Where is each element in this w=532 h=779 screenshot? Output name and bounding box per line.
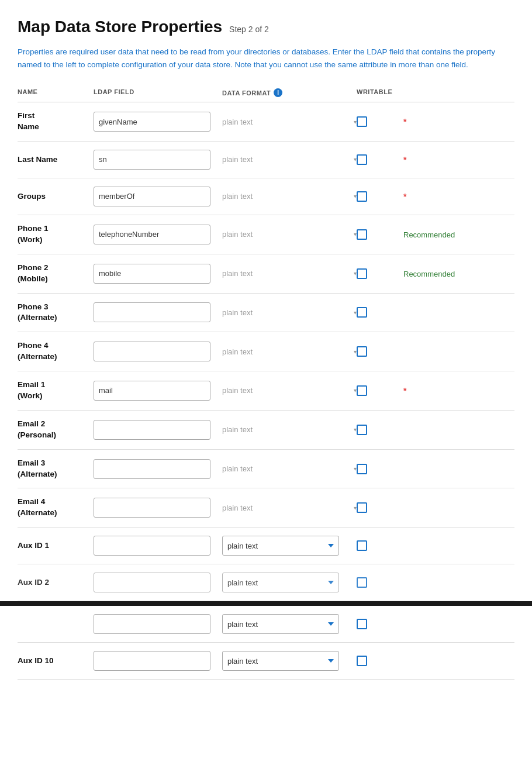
table-row: Email 4(Alternate) plain text ▾ bbox=[18, 488, 514, 528]
data-format-groups: plain text ▾ bbox=[222, 192, 357, 201]
col-dataformat-header: DATA FORMAT i bbox=[222, 88, 357, 97]
writable-email3 bbox=[357, 464, 403, 474]
field-name-groups: Groups bbox=[18, 191, 94, 202]
ldap-input-first-name[interactable] bbox=[94, 112, 210, 132]
writable-aux10 bbox=[357, 656, 403, 666]
ldap-input-email2[interactable] bbox=[94, 420, 210, 440]
required-star-email1: * bbox=[403, 386, 406, 395]
writable-checkbox-email3[interactable] bbox=[357, 464, 367, 474]
field-name-phone4: Phone 4(Alternate) bbox=[18, 340, 94, 363]
data-format-phone3: plain text ▾ bbox=[222, 308, 357, 317]
ldap-field-email4 bbox=[94, 498, 222, 518]
field-name-phone2: Phone 2(Mobile) bbox=[18, 263, 94, 285]
field-name-email2: Email 2(Personal) bbox=[18, 419, 94, 441]
table-row: Groups plain text ▾ * bbox=[18, 178, 514, 215]
data-format-select-aux10[interactable]: plain text integer boolean date bbox=[222, 651, 339, 671]
writable-checkbox-phone3[interactable] bbox=[357, 307, 367, 318]
writable-checkbox-aux1[interactable] bbox=[357, 540, 367, 551]
field-name-last-name: Last Name bbox=[18, 154, 94, 166]
ldap-field-first-name bbox=[94, 112, 222, 132]
writable-groups bbox=[357, 191, 403, 202]
writable-checkbox-phone2[interactable] bbox=[357, 268, 367, 279]
writable-checkbox-aux10[interactable] bbox=[357, 656, 367, 666]
table-row: Phone 1(Work) plain text ▾ Recommended bbox=[18, 215, 514, 254]
writable-checkbox-last-name[interactable] bbox=[357, 154, 367, 165]
ldap-input-phone2[interactable] bbox=[94, 264, 210, 284]
writable-checkbox-email4[interactable] bbox=[357, 502, 367, 513]
field-name-email3: Email 3(Alternate) bbox=[18, 458, 94, 480]
writable-checkbox-email1[interactable] bbox=[357, 385, 367, 396]
page-header: Map Data Store Properties Step 2 of 2 bbox=[18, 18, 514, 36]
writable-aux1 bbox=[357, 540, 403, 551]
ldap-field-phone1 bbox=[94, 225, 222, 244]
ldap-input-phone3[interactable] bbox=[94, 302, 210, 322]
field-name-phone1: Phone 1(Work) bbox=[18, 223, 94, 246]
description-text: Properties are required user data that n… bbox=[18, 46, 514, 71]
bottom-section: plain text integer boolean date Aux ID 1… bbox=[18, 606, 514, 680]
ldap-input-email1[interactable] bbox=[94, 381, 210, 401]
table-row: Email 2(Personal) plain text ▾ bbox=[18, 411, 514, 450]
ldap-input-phone1[interactable] bbox=[94, 225, 210, 244]
writable-checkbox-phone4[interactable] bbox=[357, 346, 367, 357]
writable-checkbox-first-name[interactable] bbox=[357, 116, 367, 127]
field-name-first-name: FirstName bbox=[18, 111, 94, 133]
ldap-input-groups[interactable] bbox=[94, 187, 210, 206]
writable-phone4 bbox=[357, 346, 403, 357]
ldap-input-aux-partial[interactable] bbox=[94, 614, 210, 634]
data-format-phone1: plain text ▾ bbox=[222, 230, 357, 239]
table-row: Aux ID 1 plain text integer boolean date bbox=[18, 528, 514, 564]
ldap-field-email2 bbox=[94, 420, 222, 440]
table-row: FirstName plain text ▾ * bbox=[18, 102, 514, 142]
required-star-groups: * bbox=[403, 192, 406, 201]
page-break-bar bbox=[0, 601, 532, 606]
writable-checkbox-phone1[interactable] bbox=[357, 229, 367, 240]
ldap-input-email4[interactable] bbox=[94, 498, 210, 518]
recommended-label-phone2: Recommended bbox=[403, 270, 455, 278]
writable-checkbox-email2[interactable] bbox=[357, 425, 367, 435]
writable-checkbox-aux-partial[interactable] bbox=[357, 619, 367, 629]
ldap-field-aux2 bbox=[94, 573, 222, 592]
writable-checkbox-groups[interactable] bbox=[357, 191, 367, 202]
writable-email4 bbox=[357, 502, 403, 513]
data-format-phone4: plain text ▾ bbox=[222, 347, 357, 356]
ldap-field-phone3 bbox=[94, 302, 222, 322]
ldap-field-email3 bbox=[94, 459, 222, 479]
properties-table: NAME LDAP FIELD DATA FORMAT i WRITABLE F… bbox=[18, 85, 514, 601]
ldap-input-email3[interactable] bbox=[94, 459, 210, 479]
ldap-field-email1 bbox=[94, 381, 222, 401]
table-row: Phone 3(Alternate) plain text ▾ bbox=[18, 294, 514, 333]
writable-checkbox-aux2[interactable] bbox=[357, 577, 367, 588]
data-format-email2: plain text ▾ bbox=[222, 425, 357, 434]
col-name-header: NAME bbox=[18, 88, 94, 97]
table-row: Phone 2(Mobile) plain text ▾ Recommended bbox=[18, 254, 514, 294]
writable-email2 bbox=[357, 425, 403, 435]
table-row: Last Name plain text ▾ * bbox=[18, 142, 514, 178]
ldap-field-aux10 bbox=[94, 651, 222, 671]
writable-last-name bbox=[357, 154, 403, 165]
field-name-phone3: Phone 3(Alternate) bbox=[18, 302, 94, 324]
data-format-select-aux1[interactable]: plain text integer boolean date bbox=[222, 536, 339, 556]
field-name-aux1: Aux ID 1 bbox=[18, 540, 94, 551]
ldap-input-aux1[interactable] bbox=[94, 536, 210, 556]
step-label: Step 2 of 2 bbox=[229, 25, 269, 34]
table-row: Aux ID 10 plain text integer boolean dat… bbox=[18, 643, 514, 680]
ldap-field-aux1 bbox=[94, 536, 222, 556]
table-row: Phone 4(Alternate) plain text ▾ bbox=[18, 332, 514, 371]
data-format-aux2: plain text integer boolean date bbox=[222, 573, 357, 592]
ldap-field-phone4 bbox=[94, 342, 222, 361]
ldap-field-phone2 bbox=[94, 264, 222, 284]
data-format-select-aux2[interactable]: plain text integer boolean date bbox=[222, 573, 339, 592]
table-row: plain text integer boolean date bbox=[18, 606, 514, 643]
data-format-select-aux-partial[interactable]: plain text integer boolean date bbox=[222, 614, 339, 634]
writable-phone3 bbox=[357, 307, 403, 318]
ldap-input-last-name[interactable] bbox=[94, 150, 210, 170]
table-header: NAME LDAP FIELD DATA FORMAT i WRITABLE bbox=[18, 85, 514, 102]
data-format-email3: plain text ▾ bbox=[222, 464, 357, 473]
ldap-input-aux10[interactable] bbox=[94, 651, 210, 671]
data-format-info-icon[interactable]: i bbox=[274, 88, 282, 97]
data-format-phone2: plain text ▾ bbox=[222, 269, 357, 278]
table-row: Email 1(Work) plain text ▾ * bbox=[18, 371, 514, 411]
ldap-input-phone4[interactable] bbox=[94, 342, 210, 361]
ldap-input-aux2[interactable] bbox=[94, 573, 210, 592]
required-star-first-name: * bbox=[403, 117, 406, 126]
